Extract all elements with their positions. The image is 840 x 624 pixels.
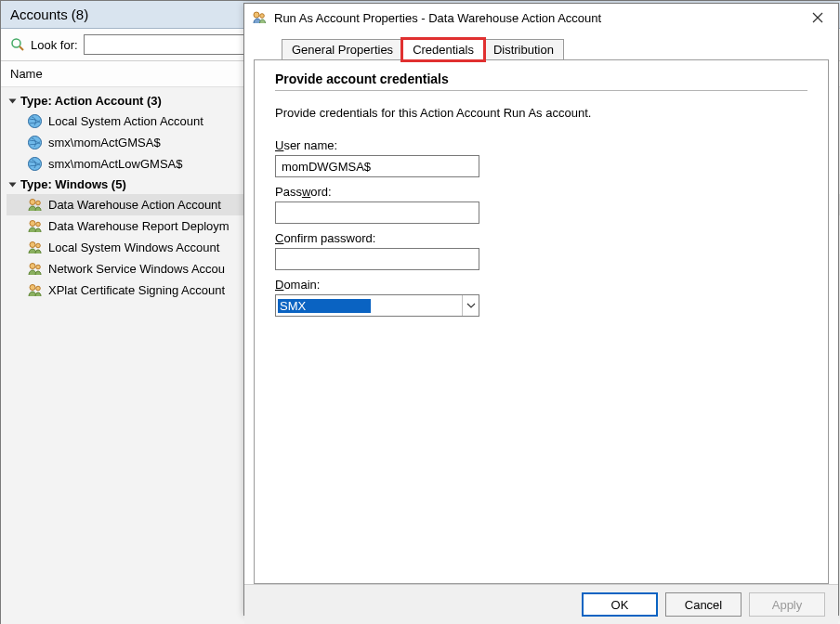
svg-point-14: [36, 286, 41, 291]
dialog-title: Run As Account Properties - Data Warehou…: [274, 11, 601, 25]
password-field[interactable]: [275, 202, 479, 224]
confirm-password-field[interactable]: [275, 248, 479, 270]
ok-button[interactable]: OK: [582, 592, 658, 617]
tree-item-label: Data Warehouse Action Account: [48, 198, 221, 212]
apply-button[interactable]: Apply: [749, 592, 825, 617]
svg-point-0: [12, 39, 20, 47]
users-icon: [27, 261, 43, 277]
runas-properties-dialog: Run As Account Properties - Data Warehou…: [243, 3, 839, 616]
svg-point-7: [30, 221, 35, 227]
tree-item-label: smx\momActGMSA$: [48, 136, 161, 150]
cancel-button[interactable]: Cancel: [665, 592, 742, 617]
dialog-titlebar: Run As Account Properties - Data Warehou…: [244, 4, 838, 32]
svg-point-6: [36, 201, 41, 205]
svg-point-16: [260, 14, 265, 19]
svg-point-12: [36, 265, 41, 269]
collapse-icon: [9, 98, 17, 103]
tree-item-label: Data Warehouse Report Deploym: [48, 219, 230, 233]
lookfor-label: Look for:: [31, 38, 78, 52]
svg-point-8: [36, 222, 41, 227]
section-separator: [275, 90, 807, 91]
domain-value: SMX: [278, 299, 371, 313]
tab-general-properties[interactable]: General Properties: [282, 39, 403, 60]
svg-point-9: [30, 242, 35, 248]
tab-credentials[interactable]: Credentials: [402, 39, 484, 60]
domain-label: Domain:: [275, 278, 807, 292]
lookfor-input[interactable]: [84, 34, 250, 55]
username-label: User name:: [275, 138, 807, 152]
search-icon: [10, 37, 25, 52]
confirm-password-label: Confirm password:: [275, 231, 807, 245]
section-description: Provide credentials for this Action Acco…: [275, 106, 807, 120]
section-title: Provide account credentials: [275, 72, 807, 86]
password-label: Password:: [275, 185, 807, 199]
close-button[interactable]: [803, 4, 833, 32]
tree-item-label: Local System Windows Account: [48, 240, 219, 254]
svg-point-10: [36, 243, 41, 248]
group-label: Type: Windows (5): [20, 177, 126, 191]
users-icon: [27, 218, 43, 234]
globe-icon: [27, 113, 43, 129]
chevron-down-icon[interactable]: [462, 295, 479, 316]
dialog-icon: [252, 10, 267, 25]
group-label: Type: Action Account (3): [20, 94, 162, 108]
dialog-button-row: OK Cancel Apply: [244, 584, 838, 624]
svg-point-15: [254, 12, 259, 18]
globe-icon: [27, 135, 43, 150]
tab-strip: General Properties Credentials Distribut…: [282, 37, 829, 59]
tab-distribution[interactable]: Distribution: [483, 39, 564, 60]
svg-point-11: [30, 264, 35, 269]
svg-point-5: [30, 200, 35, 205]
username-field[interactable]: [275, 155, 479, 177]
collapse-icon: [9, 182, 17, 187]
users-icon: [27, 282, 43, 298]
svg-line-1: [20, 46, 23, 50]
users-icon: [27, 240, 43, 255]
users-icon: [27, 197, 43, 213]
globe-icon: [27, 156, 43, 172]
tree-item-label: Local System Action Account: [48, 114, 203, 128]
svg-point-13: [30, 285, 35, 291]
credentials-tab-pane: Provide account credentials Provide cred…: [254, 59, 829, 584]
tree-item-label: XPlat Certificate Signing Account: [48, 283, 225, 297]
tree-item-label: Network Service Windows Accou: [48, 262, 225, 276]
tree-item-label: smx\momActLowGMSA$: [48, 157, 182, 171]
domain-combobox[interactable]: SMX: [275, 294, 479, 317]
